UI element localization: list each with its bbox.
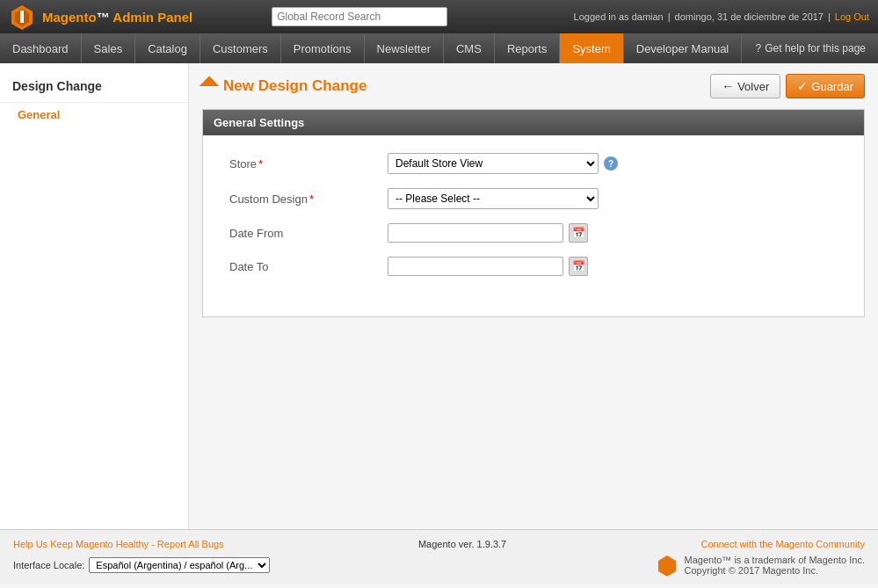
nav-item-system[interactable]: System — [560, 33, 623, 63]
svg-rect-2 — [20, 11, 24, 23]
search-bar[interactable] — [272, 7, 447, 26]
back-button[interactable]: ← Volver — [710, 74, 780, 98]
form-panel: General Settings Store* Default Store Vi… — [202, 109, 865, 317]
store-select[interactable]: Default Store View — [388, 153, 599, 174]
date-to-input[interactable] — [388, 257, 563, 276]
date-from-control-area: 📅 — [388, 223, 588, 243]
separator: | — [828, 11, 831, 22]
separator: | — [668, 11, 671, 22]
version-text: Magento ver. 1.9.3.7 — [418, 539, 506, 549]
panel-header: General Settings — [203, 110, 864, 135]
calendar-icon: 📅 — [572, 260, 585, 272]
logo-text: Magento™ Admin Panel — [42, 10, 192, 25]
magento-logo-icon — [9, 4, 35, 30]
custom-design-select[interactable]: -- Please Select -- — [388, 188, 599, 209]
footer-top: Help Us Keep Magento Healthy - Report Al… — [13, 539, 865, 549]
date-from-calendar-button[interactable]: 📅 — [569, 223, 588, 243]
action-buttons: ← Volver ✓ Guardar — [710, 74, 865, 98]
save-button[interactable]: ✓ Guardar — [786, 74, 865, 98]
date-to-row: Date To 📅 — [229, 257, 838, 276]
help-text: Get help for this page — [765, 42, 866, 54]
svg-marker-3 — [658, 555, 676, 576]
logo: Magento™ Admin Panel — [9, 4, 192, 30]
magento-footer-logo-icon — [657, 555, 678, 576]
store-label: Store* — [229, 157, 388, 171]
nav-item-newsletter[interactable]: Newsletter — [365, 33, 444, 63]
title-diamond-icon — [200, 76, 220, 97]
nav-item-catalog[interactable]: Catalog — [135, 33, 200, 63]
page-title-area: New Design Change — [202, 77, 366, 95]
nav-item-sales[interactable]: Sales — [82, 33, 136, 63]
help-link[interactable]: ? Get help for this page — [744, 33, 878, 63]
custom-design-label: Custom Design* — [229, 192, 388, 206]
copyright-text: Copyright © 2017 Magento Inc. — [685, 565, 865, 576]
search-input[interactable] — [272, 7, 447, 26]
page-title: New Design Change — [223, 77, 366, 95]
sidebar-title: Design Change — [0, 72, 188, 102]
store-row: Store* Default Store View ? — [229, 153, 838, 174]
page-header: New Design Change ← Volver ✓ Guardar — [202, 74, 865, 98]
calendar-icon: 📅 — [572, 227, 585, 239]
footer-locale-area: Interface Locale: Español (Argentina) / … — [13, 557, 270, 573]
date-to-label: Date To — [229, 260, 388, 273]
nav-item-reports[interactable]: Reports — [495, 33, 561, 63]
nav-item-customers[interactable]: Customers — [200, 33, 281, 63]
date-text: domingo, 31 de diciembre de 2017 — [675, 11, 824, 22]
nav-item-cms[interactable]: CMS — [444, 33, 495, 63]
trademark-text: Magento™ is a trademark of Magento Inc. — [685, 555, 865, 565]
store-control-area: Default Store View ? — [388, 153, 618, 174]
custom-design-row: Custom Design* -- Please Select -- — [229, 188, 838, 209]
save-icon: ✓ — [797, 79, 808, 93]
footer-bottom: Interface Locale: Español (Argentina) / … — [13, 555, 865, 576]
community-link[interactable]: Connect with the Magento Community — [701, 539, 865, 549]
logout-link[interactable]: Log Out — [835, 11, 869, 22]
user-info: Logged in as damian | domingo, 31 de dic… — [574, 11, 869, 22]
date-to-calendar-button[interactable]: 📅 — [569, 257, 588, 276]
locale-label: Interface Locale: — [13, 560, 84, 570]
logged-in-text: Logged in as damian — [574, 11, 664, 22]
nav-item-dashboard[interactable]: Dashboard — [0, 33, 82, 63]
copyright-block: Magento™ is a trademark of Magento Inc. … — [685, 555, 865, 576]
back-icon: ← — [722, 79, 734, 93]
date-to-control-area: 📅 — [388, 257, 588, 276]
date-from-label: Date From — [229, 227, 388, 240]
store-help-icon[interactable]: ? — [604, 156, 618, 171]
custom-design-control-area: -- Please Select -- — [388, 188, 599, 209]
nav-item-developer-manual[interactable]: Developer Manual — [624, 33, 743, 63]
help-icon: ? — [756, 42, 762, 54]
footer-copyright-area: Magento™ is a trademark of Magento Inc. … — [657, 555, 865, 576]
nav-item-promotions[interactable]: Promotions — [281, 33, 365, 63]
date-from-input[interactable] — [388, 223, 563, 243]
locale-select[interactable]: Español (Argentina) / español (Arg... — [89, 557, 270, 573]
health-link[interactable]: Help Us Keep Magento Healthy - Report Al… — [13, 539, 224, 549]
date-from-row: Date From 📅 — [229, 223, 838, 243]
sidebar-item-general[interactable]: General — [0, 102, 188, 127]
